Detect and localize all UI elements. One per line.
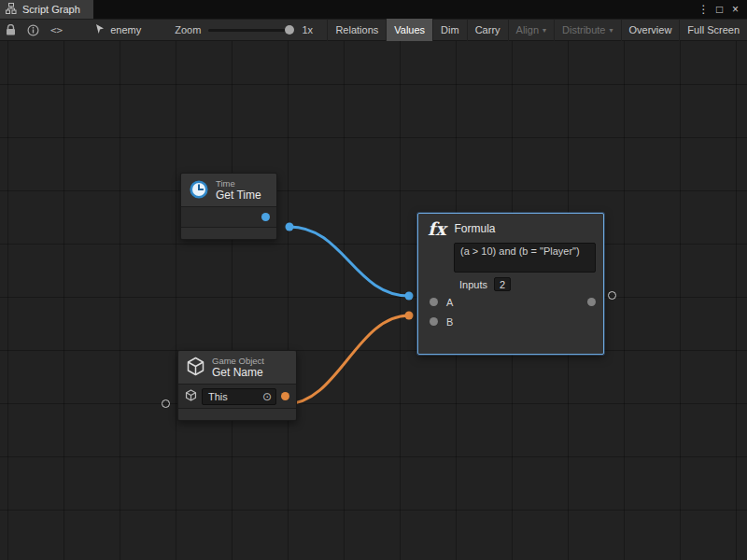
node-footer [181, 227, 276, 239]
script-graph-window: Script Graph ⋮ □ × <> enemy Zoom [0, 0, 747, 560]
titlebar-spacer [93, 0, 696, 19]
port-label: A [446, 297, 453, 308]
wire-endpoint-blue-end[interactable] [405, 292, 414, 301]
wire-gettime-to-formula[interactable] [289, 227, 409, 296]
get-name-external-input-port[interactable] [162, 399, 170, 408]
zoom-slider-handle[interactable] [285, 25, 294, 35]
formula-external-output-port[interactable] [608, 291, 616, 300]
node-category: Time [216, 178, 261, 189]
zoom-value: 1x [302, 24, 313, 35]
graph-pointer-icon [94, 23, 106, 37]
formula-output-port[interactable] [587, 298, 596, 306]
maximize-icon[interactable]: □ [712, 0, 727, 19]
formula-input-row-b: B [418, 312, 603, 331]
wire-endpoint-blue-start[interactable] [286, 223, 294, 231]
node-title: Get Time [216, 189, 261, 202]
graph-reference[interactable]: enemy [94, 23, 141, 37]
port-label: B [446, 316, 453, 328]
values-button[interactable]: Values [386, 19, 432, 41]
cube-icon [186, 357, 205, 378]
script-graph-icon [6, 3, 17, 16]
wire-getname-to-formula[interactable] [286, 315, 409, 404]
zoom-slider-track[interactable] [208, 29, 294, 32]
carry-button[interactable]: Carry [467, 19, 508, 41]
graph-toolbar: <> enemy Zoom 1x Relations Values Dim Ca… [0, 19, 747, 41]
target-object-value: This [208, 391, 262, 402]
get-name-target-row: This ⊙ [178, 384, 296, 408]
fullscreen-button[interactable]: Full Screen [679, 19, 747, 41]
window-title: Script Graph [22, 4, 80, 15]
formula-inputs-count-field[interactable]: 2 [494, 277, 511, 291]
node-formula-header[interactable]: fx Formula [418, 214, 603, 239]
overview-button[interactable]: Overview [621, 19, 680, 41]
node-get-time[interactable]: Time Get Time [180, 173, 277, 240]
node-formula[interactable]: fx Formula (a > 10) and (b = "Player") I… [417, 213, 604, 355]
zoom-label: Zoom [175, 24, 201, 35]
node-footer [178, 408, 296, 420]
window-tab[interactable]: Script Graph [0, 0, 93, 19]
formula-input-row-a: A [418, 292, 603, 312]
chevron-down-icon: ▾ [543, 26, 546, 35]
formula-expression-input[interactable]: (a > 10) and (b = "Player") [454, 243, 596, 273]
chevron-down-icon: ▾ [610, 26, 613, 35]
node-title: Get Name [212, 366, 264, 379]
code-icon[interactable]: <> [45, 20, 68, 40]
zoom-control: Zoom 1x [175, 23, 313, 36]
formula-inputs-label: Inputs [459, 279, 487, 290]
window-menu-icon[interactable]: ⋮ [696, 0, 712, 19]
formula-fx-icon: fx [428, 219, 446, 238]
connections-layer [0, 41, 747, 560]
get-name-output-port[interactable] [281, 392, 289, 400]
get-time-output-row [181, 206, 276, 227]
node-title: Formula [455, 222, 496, 235]
titlebar: Script Graph ⋮ □ × [0, 0, 747, 19]
target-object-field[interactable]: This ⊙ [202, 388, 276, 405]
get-time-output-port[interactable] [261, 213, 270, 221]
align-button[interactable]: Align▾ [508, 19, 554, 41]
clock-icon [189, 179, 209, 202]
wire-endpoint-orange-end[interactable] [405, 312, 414, 320]
dim-button[interactable]: Dim [432, 19, 467, 41]
cube-icon-small [185, 389, 197, 403]
distribute-button[interactable]: Distribute▾ [554, 19, 620, 41]
node-get-name-header[interactable]: Game Object Get Name [178, 351, 296, 384]
formula-input-port-b[interactable] [430, 317, 438, 326]
node-category: Game Object [212, 356, 264, 366]
info-icon[interactable] [21, 20, 45, 40]
object-picker-icon[interactable]: ⊙ [262, 391, 272, 402]
graph-name: enemy [110, 24, 141, 35]
formula-input-port-a[interactable] [430, 298, 438, 306]
relations-button[interactable]: Relations [327, 19, 386, 41]
close-icon[interactable]: × [727, 0, 743, 19]
node-get-name[interactable]: Game Object Get Name This ⊙ [177, 350, 297, 421]
graph-canvas[interactable]: Time Get Time fx Formula (a > 10) and (b… [0, 41, 747, 560]
node-get-time-header[interactable]: Time Get Time [181, 174, 276, 206]
lock-icon[interactable] [0, 20, 21, 40]
zoom-slider[interactable] [208, 23, 294, 36]
